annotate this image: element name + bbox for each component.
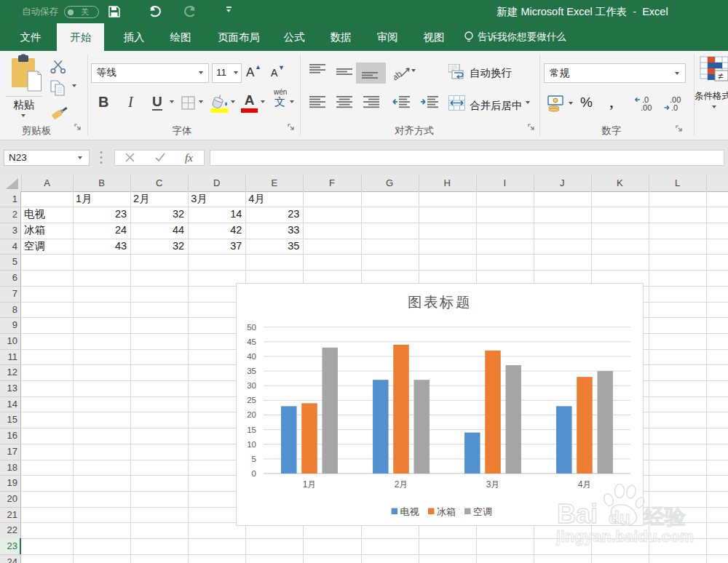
svg-text:25: 25 — [247, 396, 256, 404]
svg-text:10: 10 — [247, 440, 256, 449]
svg-text:5: 5 — [252, 455, 256, 463]
svg-text:≠: ≠ — [718, 71, 723, 81]
svg-text:.00: .00 — [641, 103, 652, 112]
svg-text:50: 50 — [247, 323, 256, 332]
svg-text:30: 30 — [247, 381, 256, 390]
svg-text:空调: 空调 — [473, 506, 492, 517]
svg-text:45: 45 — [247, 338, 256, 346]
svg-text:1月: 1月 — [303, 479, 317, 490]
svg-text:冰箱: 冰箱 — [437, 506, 456, 517]
svg-text:3月: 3月 — [486, 479, 500, 490]
svg-text:图表标题: 图表标题 — [408, 294, 472, 310]
svg-text:.0: .0 — [671, 103, 678, 112]
svg-text:电视: 电视 — [400, 506, 420, 517]
svg-text:0: 0 — [252, 469, 256, 478]
svg-text:40: 40 — [247, 352, 256, 361]
svg-text:20: 20 — [247, 410, 256, 419]
svg-text:15: 15 — [247, 426, 256, 434]
svg-text:2月: 2月 — [395, 479, 408, 490]
svg-text:35: 35 — [247, 367, 256, 375]
svg-text:4月: 4月 — [578, 479, 592, 490]
